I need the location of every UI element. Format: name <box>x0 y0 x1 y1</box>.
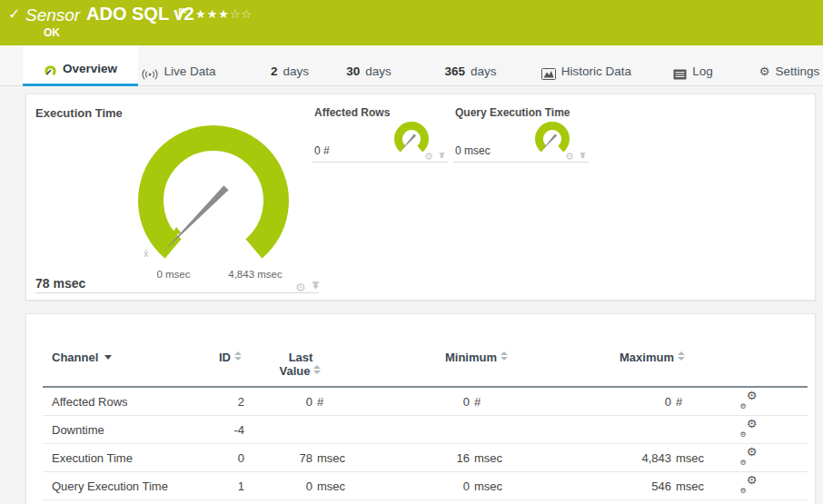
last-value: 78msec <box>244 451 357 465</box>
gauge-needle <box>402 134 417 151</box>
channel-settings-icon[interactable]: ⚙⚙ <box>740 392 758 408</box>
column-header-id[interactable]: ID <box>202 341 244 387</box>
last-value: 0msec <box>244 479 357 493</box>
gauges-panel: Execution Time x̄ 0 msec 4,843 msec 78 m… <box>25 94 816 301</box>
tab-number: 365 <box>444 64 465 78</box>
tab-number: 30 <box>346 64 360 78</box>
column-header-spacer <box>781 341 808 387</box>
channels-table: Channel ID Last Value Minimum Maximum <box>43 341 808 500</box>
status-badge: OK <box>44 26 60 39</box>
tab-live-data[interactable]: Live Data <box>139 45 219 86</box>
table-row: Query Execution Time 1 0msec 0msec 546ms… <box>43 472 808 500</box>
column-header-channel[interactable]: Channel <box>43 341 202 387</box>
tab-label: Live Data <box>164 64 215 78</box>
table-row: Execution Time 0 78msec 16msec 4,843msec… <box>43 444 808 472</box>
live-data-icon <box>142 69 158 80</box>
channel-settings-icon[interactable]: ⚙⚙ <box>740 420 758 436</box>
tab-2-days[interactable]: 2 days <box>263 45 316 86</box>
log-icon <box>673 69 687 80</box>
gauge-needle <box>164 185 229 252</box>
column-header-minimum[interactable]: Minimum <box>357 341 514 387</box>
tab-label: days <box>365 64 392 78</box>
channel-name: Query Execution Time <box>43 472 202 500</box>
gauge-scale-min: 0 msec <box>133 269 214 280</box>
row-spacer <box>781 444 808 472</box>
priority-stars[interactable]: ★★★☆☆ <box>195 7 253 21</box>
mean-marker: x̄ <box>144 248 149 259</box>
gauge-title-affected-rows: Affected Rows <box>314 106 390 119</box>
tile-separator <box>312 162 448 163</box>
channel-name: Affected Rows <box>43 387 202 416</box>
column-header-maximum[interactable]: Maximum <box>514 341 716 387</box>
tab-label: days <box>471 64 497 78</box>
gear-icon[interactable]: ⚙ <box>295 282 306 293</box>
channels-panel: Channel ID Last Value Minimum Maximum <box>25 313 816 504</box>
channel-id: 1 <box>202 472 244 500</box>
row-spacer <box>781 416 808 444</box>
gauge-title-query-execution-time: Query Execution Time <box>455 106 570 119</box>
tab-30-days[interactable]: 30 days <box>341 45 397 86</box>
gear-icon[interactable]: ⚙ <box>565 152 574 162</box>
maximum-value: 4,843msec <box>514 451 716 465</box>
channel-settings-icon[interactable]: ⚙⚙ <box>740 477 758 492</box>
gauge-needle <box>542 134 558 151</box>
sort-icon <box>313 365 322 374</box>
tab-label: Settings <box>775 64 819 78</box>
gauge-value-query-execution-time: 0 msec <box>455 144 491 157</box>
tab-label: Overview <box>63 62 117 75</box>
tab-bar: Overview Live Data 2 days 30 days 365 da… <box>0 45 823 86</box>
tab-label: Log <box>692 64 713 78</box>
tile-separator <box>453 162 589 163</box>
channel-name: Downtime <box>43 416 202 444</box>
gauge-scale-max: 4,843 msec <box>214 269 296 280</box>
minimum-value: 0msec <box>357 479 514 493</box>
tab-historic-data[interactable]: Historic Data <box>534 45 639 86</box>
channel-id: -4 <box>202 416 244 444</box>
tab-overview[interactable]: Overview <box>23 45 138 86</box>
maximum-value: 546msec <box>514 479 716 493</box>
historic-data-icon <box>541 68 556 80</box>
column-header-actions <box>716 341 781 387</box>
tab-settings[interactable]: ⚙ Settings <box>753 45 823 86</box>
ok-check-icon: ✓ <box>8 5 20 23</box>
tile-separator <box>35 292 319 293</box>
sort-icon <box>234 351 243 361</box>
gauge-value-execution-time: 78 msec <box>35 276 85 291</box>
execution-time-gauge: x̄ <box>136 124 291 278</box>
tab-label: days <box>283 64 309 78</box>
gauge-value-affected-rows: 0 # <box>314 144 330 157</box>
tab-log[interactable]: Log <box>667 45 719 86</box>
last-value: 0# <box>244 395 357 409</box>
tab-365-days[interactable]: 365 days <box>437 45 504 86</box>
channel-name: Execution Time <box>43 444 202 472</box>
maximum-value: 0# <box>514 395 716 409</box>
minimum-value: 0# <box>357 395 514 409</box>
object-kind-label: Sensor <box>25 5 80 25</box>
row-spacer <box>781 472 808 500</box>
table-header-row: Channel ID Last Value Minimum Maximum <box>43 341 808 387</box>
channel-id: 0 <box>202 444 244 472</box>
table-row: Downtime -4 ⚙⚙ <box>43 416 808 444</box>
table-row: Affected Rows 2 0# 0# 0# ⚙⚙ <box>43 387 808 416</box>
flag-icon[interactable] <box>178 6 187 23</box>
channel-id: 2 <box>202 387 244 416</box>
minimum-value: 16msec <box>357 451 514 465</box>
row-spacer <box>781 387 808 416</box>
column-header-last-value[interactable]: Last Value <box>244 341 357 387</box>
sort-desc-icon <box>104 355 112 360</box>
channel-settings-icon[interactable]: ⚙⚙ <box>740 449 758 464</box>
sensor-status-bar: ✓ Sensor ADO SQL v2 ★★★☆☆ OK <box>0 0 823 45</box>
gear-icon[interactable]: ⚙ <box>424 152 433 162</box>
gauge-arc <box>151 138 276 249</box>
sort-icon <box>501 351 509 361</box>
gear-icon: ⚙ <box>759 64 770 78</box>
tab-number: 2 <box>271 64 278 78</box>
sort-icon <box>678 351 686 361</box>
gauge-title-execution-time: Execution Time <box>35 106 123 120</box>
tab-label: Historic Data <box>561 64 631 78</box>
gauge-icon <box>44 64 57 77</box>
